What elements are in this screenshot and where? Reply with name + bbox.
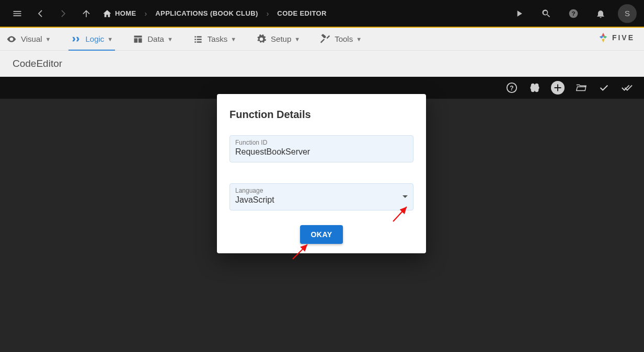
breadcrumb: HOME › APPLICATIONS (BOOK CLUB) › CODE E… — [102, 9, 327, 18]
topbar-right: ? S — [509, 4, 637, 24]
brain-icon[interactable] — [528, 81, 542, 95]
breadcrumb-label: HOME — [115, 9, 136, 17]
tools-icon — [320, 34, 330, 44]
breadcrumb-applications[interactable]: APPLICATIONS (BOOK CLUB) — [155, 9, 258, 17]
chevron-down-icon: ▼ — [107, 36, 113, 42]
breadcrumb-label: CODE EDITOR — [277, 9, 326, 17]
editor-help-icon[interactable]: ? — [505, 81, 519, 95]
play-icon[interactable] — [509, 4, 529, 24]
eye-icon — [6, 34, 17, 44]
subnav-setup[interactable]: Setup ▼ — [256, 28, 300, 50]
brand: FIVE — [597, 32, 635, 43]
subnav-logic[interactable]: Logic ▼ — [71, 28, 113, 50]
chevron-down-icon — [402, 195, 408, 198]
subnav-label: Tools — [335, 34, 353, 43]
chevron-down-icon: ▼ — [294, 36, 300, 42]
subnav-label: Visual — [21, 34, 42, 43]
subnav-visual[interactable]: Visual ▼ — [6, 28, 51, 50]
function-id-value: RequestBookServer — [235, 147, 408, 157]
language-value: JavaScript — [235, 195, 408, 205]
dialog-title: Function Details — [229, 109, 413, 121]
field-label: Function ID — [235, 139, 408, 146]
subnav-label: Setup — [271, 34, 291, 43]
chevron-right-icon: › — [137, 9, 155, 18]
bell-icon[interactable] — [591, 4, 611, 24]
breadcrumb-code-editor[interactable]: CODE EDITOR — [277, 9, 326, 17]
chevron-down-icon: ▼ — [356, 36, 362, 42]
field-label: Language — [235, 187, 408, 194]
subnav-label: Data — [147, 34, 164, 43]
check-all-icon[interactable] — [620, 81, 634, 95]
chevron-down-icon: ▼ — [231, 36, 236, 42]
subnav-tools[interactable]: Tools ▼ — [320, 28, 362, 50]
breadcrumb-home[interactable]: HOME — [102, 9, 136, 18]
chevron-down-icon: ▼ — [45, 36, 51, 42]
help-icon[interactable]: ? — [564, 4, 583, 24]
logic-icon — [71, 34, 81, 44]
page-title-strip: CodeEditor — [0, 51, 644, 77]
language-field[interactable]: Language JavaScript — [229, 183, 413, 210]
up-icon[interactable] — [76, 4, 96, 24]
function-id-field[interactable]: Function ID RequestBookServer — [229, 135, 413, 162]
add-icon[interactable] — [551, 81, 565, 95]
forward-icon — [53, 4, 73, 24]
avatar-initial: S — [625, 9, 630, 18]
menu-icon[interactable] — [7, 4, 27, 24]
page-title: CodeEditor — [13, 58, 62, 69]
back-icon[interactable] — [30, 4, 50, 24]
gear-icon — [256, 34, 267, 44]
subnav-tasks[interactable]: Tasks ▼ — [193, 28, 236, 50]
subnav-label: Logic — [85, 34, 104, 43]
brand-label: FIVE — [612, 33, 635, 42]
search-icon[interactable] — [536, 4, 556, 24]
open-folder-icon[interactable] — [574, 81, 588, 95]
svg-text:?: ? — [571, 10, 575, 17]
check-icon[interactable] — [597, 81, 611, 95]
okay-button[interactable]: OKAY — [300, 225, 342, 244]
home-icon — [102, 9, 112, 18]
subnav-data[interactable]: Data ▼ — [133, 28, 173, 50]
chevron-right-icon: › — [259, 9, 277, 18]
breadcrumb-label: APPLICATIONS (BOOK CLUB) — [155, 9, 258, 17]
subnav-label: Tasks — [208, 34, 227, 43]
svg-text:?: ? — [510, 85, 513, 92]
subnav: Visual ▼ Logic ▼ Data ▼ Tasks ▼ Setup ▼ … — [0, 28, 644, 51]
table-icon — [133, 34, 143, 44]
topbar: HOME › APPLICATIONS (BOOK CLUB) › CODE E… — [0, 0, 644, 28]
function-details-dialog: Function Details Function ID RequestBook… — [217, 94, 426, 253]
avatar[interactable]: S — [618, 4, 637, 23]
topbar-left: HOME › APPLICATIONS (BOOK CLUB) › CODE E… — [7, 4, 327, 24]
dialog-actions: OKAY — [229, 225, 413, 244]
brand-logo-icon — [597, 32, 609, 43]
chevron-down-icon: ▼ — [167, 36, 173, 42]
list-icon — [193, 34, 203, 44]
